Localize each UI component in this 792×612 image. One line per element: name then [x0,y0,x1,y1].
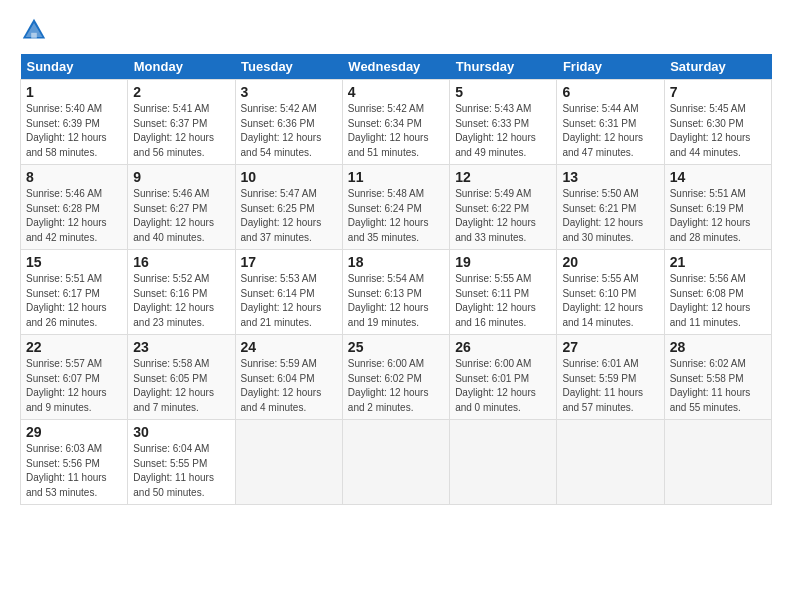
day-number: 26 [455,339,551,355]
day-info: Sunrise: 5:56 AMSunset: 6:08 PMDaylight:… [670,272,766,330]
svg-rect-2 [31,33,37,39]
calendar-cell: 5Sunrise: 5:43 AMSunset: 6:33 PMDaylight… [450,80,557,165]
calendar-cell: 1Sunrise: 5:40 AMSunset: 6:39 PMDaylight… [21,80,128,165]
day-number: 15 [26,254,122,270]
calendar-cell: 7Sunrise: 5:45 AMSunset: 6:30 PMDaylight… [664,80,771,165]
calendar-cell: 17Sunrise: 5:53 AMSunset: 6:14 PMDayligh… [235,250,342,335]
calendar-cell: 14Sunrise: 5:51 AMSunset: 6:19 PMDayligh… [664,165,771,250]
day-info: Sunrise: 5:50 AMSunset: 6:21 PMDaylight:… [562,187,658,245]
day-number: 1 [26,84,122,100]
calendar-row: 1Sunrise: 5:40 AMSunset: 6:39 PMDaylight… [21,80,772,165]
calendar-row: 15Sunrise: 5:51 AMSunset: 6:17 PMDayligh… [21,250,772,335]
day-number: 29 [26,424,122,440]
calendar-cell: 4Sunrise: 5:42 AMSunset: 6:34 PMDaylight… [342,80,449,165]
calendar-table: SundayMondayTuesdayWednesdayThursdayFrid… [20,54,772,505]
day-number: 10 [241,169,337,185]
day-number: 14 [670,169,766,185]
calendar-cell: 13Sunrise: 5:50 AMSunset: 6:21 PMDayligh… [557,165,664,250]
day-number: 4 [348,84,444,100]
day-number: 25 [348,339,444,355]
day-number: 6 [562,84,658,100]
day-info: Sunrise: 5:41 AMSunset: 6:37 PMDaylight:… [133,102,229,160]
calendar-cell [342,420,449,505]
weekday-sunday: Sunday [21,54,128,80]
calendar-cell: 12Sunrise: 5:49 AMSunset: 6:22 PMDayligh… [450,165,557,250]
calendar-cell: 27Sunrise: 6:01 AMSunset: 5:59 PMDayligh… [557,335,664,420]
calendar-cell: 25Sunrise: 6:00 AMSunset: 6:02 PMDayligh… [342,335,449,420]
day-number: 21 [670,254,766,270]
day-info: Sunrise: 5:53 AMSunset: 6:14 PMDaylight:… [241,272,337,330]
day-info: Sunrise: 6:03 AMSunset: 5:56 PMDaylight:… [26,442,122,500]
day-number: 23 [133,339,229,355]
calendar-cell: 2Sunrise: 5:41 AMSunset: 6:37 PMDaylight… [128,80,235,165]
day-info: Sunrise: 5:45 AMSunset: 6:30 PMDaylight:… [670,102,766,160]
weekday-monday: Monday [128,54,235,80]
day-number: 13 [562,169,658,185]
day-number: 27 [562,339,658,355]
weekday-header-row: SundayMondayTuesdayWednesdayThursdayFrid… [21,54,772,80]
calendar-cell: 20Sunrise: 5:55 AMSunset: 6:10 PMDayligh… [557,250,664,335]
calendar-cell: 15Sunrise: 5:51 AMSunset: 6:17 PMDayligh… [21,250,128,335]
header [20,16,772,44]
calendar-cell: 22Sunrise: 5:57 AMSunset: 6:07 PMDayligh… [21,335,128,420]
day-info: Sunrise: 5:52 AMSunset: 6:16 PMDaylight:… [133,272,229,330]
day-info: Sunrise: 5:51 AMSunset: 6:19 PMDaylight:… [670,187,766,245]
calendar-cell: 8Sunrise: 5:46 AMSunset: 6:28 PMDaylight… [21,165,128,250]
day-number: 19 [455,254,551,270]
day-number: 28 [670,339,766,355]
day-info: Sunrise: 5:40 AMSunset: 6:39 PMDaylight:… [26,102,122,160]
day-number: 11 [348,169,444,185]
day-info: Sunrise: 5:42 AMSunset: 6:36 PMDaylight:… [241,102,337,160]
calendar-cell [450,420,557,505]
calendar-row: 22Sunrise: 5:57 AMSunset: 6:07 PMDayligh… [21,335,772,420]
logo-icon [20,16,48,44]
calendar-cell: 26Sunrise: 6:00 AMSunset: 6:01 PMDayligh… [450,335,557,420]
day-info: Sunrise: 6:00 AMSunset: 6:01 PMDaylight:… [455,357,551,415]
day-info: Sunrise: 6:00 AMSunset: 6:02 PMDaylight:… [348,357,444,415]
day-info: Sunrise: 5:59 AMSunset: 6:04 PMDaylight:… [241,357,337,415]
day-info: Sunrise: 5:58 AMSunset: 6:05 PMDaylight:… [133,357,229,415]
day-number: 16 [133,254,229,270]
weekday-wednesday: Wednesday [342,54,449,80]
day-number: 24 [241,339,337,355]
calendar-cell: 19Sunrise: 5:55 AMSunset: 6:11 PMDayligh… [450,250,557,335]
day-info: Sunrise: 6:01 AMSunset: 5:59 PMDaylight:… [562,357,658,415]
day-info: Sunrise: 5:44 AMSunset: 6:31 PMDaylight:… [562,102,658,160]
weekday-thursday: Thursday [450,54,557,80]
day-info: Sunrise: 5:46 AMSunset: 6:27 PMDaylight:… [133,187,229,245]
calendar-cell: 6Sunrise: 5:44 AMSunset: 6:31 PMDaylight… [557,80,664,165]
day-info: Sunrise: 5:43 AMSunset: 6:33 PMDaylight:… [455,102,551,160]
weekday-saturday: Saturday [664,54,771,80]
calendar-cell: 24Sunrise: 5:59 AMSunset: 6:04 PMDayligh… [235,335,342,420]
day-info: Sunrise: 5:55 AMSunset: 6:11 PMDaylight:… [455,272,551,330]
calendar-cell [235,420,342,505]
day-number: 17 [241,254,337,270]
day-info: Sunrise: 5:49 AMSunset: 6:22 PMDaylight:… [455,187,551,245]
weekday-friday: Friday [557,54,664,80]
calendar-cell: 21Sunrise: 5:56 AMSunset: 6:08 PMDayligh… [664,250,771,335]
calendar-cell: 18Sunrise: 5:54 AMSunset: 6:13 PMDayligh… [342,250,449,335]
calendar-cell: 9Sunrise: 5:46 AMSunset: 6:27 PMDaylight… [128,165,235,250]
day-info: Sunrise: 5:48 AMSunset: 6:24 PMDaylight:… [348,187,444,245]
day-info: Sunrise: 5:54 AMSunset: 6:13 PMDaylight:… [348,272,444,330]
calendar-cell: 29Sunrise: 6:03 AMSunset: 5:56 PMDayligh… [21,420,128,505]
calendar-row: 29Sunrise: 6:03 AMSunset: 5:56 PMDayligh… [21,420,772,505]
day-number: 3 [241,84,337,100]
calendar-cell [557,420,664,505]
calendar-cell: 23Sunrise: 5:58 AMSunset: 6:05 PMDayligh… [128,335,235,420]
day-number: 12 [455,169,551,185]
calendar-cell: 3Sunrise: 5:42 AMSunset: 6:36 PMDaylight… [235,80,342,165]
day-info: Sunrise: 5:47 AMSunset: 6:25 PMDaylight:… [241,187,337,245]
day-number: 7 [670,84,766,100]
day-number: 9 [133,169,229,185]
day-number: 22 [26,339,122,355]
calendar-page: SundayMondayTuesdayWednesdayThursdayFrid… [0,0,792,517]
day-number: 20 [562,254,658,270]
calendar-cell: 30Sunrise: 6:04 AMSunset: 5:55 PMDayligh… [128,420,235,505]
calendar-row: 8Sunrise: 5:46 AMSunset: 6:28 PMDaylight… [21,165,772,250]
day-number: 30 [133,424,229,440]
logo [20,16,52,44]
calendar-cell [664,420,771,505]
calendar-cell: 10Sunrise: 5:47 AMSunset: 6:25 PMDayligh… [235,165,342,250]
day-number: 2 [133,84,229,100]
